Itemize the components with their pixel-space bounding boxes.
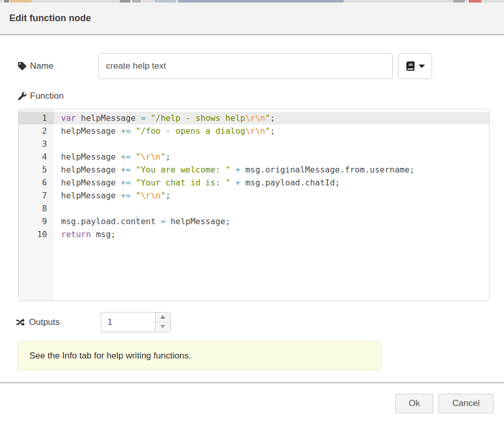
outputs-label: Outputs (16, 312, 60, 332)
form-tip: See the Info tab for help writing functi… (18, 341, 381, 370)
line-number: 5 (19, 163, 54, 176)
line-code: helpMessage += "/foo - opens a dialog\r\… (54, 124, 489, 137)
line-number: 2 (19, 124, 54, 137)
code-line[interactable]: 4helpMessage += "\r\n"; (19, 150, 489, 163)
outputs-input[interactable] (101, 313, 155, 332)
ok-button[interactable]: Ok (395, 394, 433, 413)
footer-divider (0, 382, 504, 383)
edit-function-node-dialog: Edit function node Name Function 1var he… (0, 0, 504, 421)
line-code: helpMessage += "Your chat id is: " + msg… (54, 176, 489, 189)
arrow-down-icon (160, 325, 165, 329)
wrench-icon (18, 92, 26, 100)
function-label-text: Function (30, 91, 64, 101)
line-code (54, 202, 489, 215)
line-code: var helpMessage = "/help - shows help\r\… (54, 112, 489, 124)
dialog-title: Edit function node (9, 3, 91, 34)
outputs-label-text: Outputs (29, 317, 60, 328)
line-number: 4 (19, 150, 54, 163)
editor-code-lines: 1var helpMessage = "/help - shows help\r… (19, 112, 489, 241)
code-line[interactable]: 6helpMessage += "Your chat id is: " + ms… (19, 176, 489, 189)
form-tip-text: See the Info tab for help writing functi… (29, 351, 191, 361)
book-icon (406, 61, 415, 71)
line-code: helpMessage += "\r\n"; (54, 150, 489, 163)
code-line[interactable]: 2helpMessage += "/foo - opens a dialog\r… (19, 124, 489, 137)
shuffle-icon (16, 318, 25, 326)
line-number: 10 (19, 228, 54, 241)
arrow-up-icon (160, 315, 165, 319)
name-input[interactable] (98, 53, 393, 79)
function-code-editor[interactable]: 1var helpMessage = "/help - shows help\r… (18, 109, 490, 301)
line-code: helpMessage += "\r\n"; (54, 189, 489, 202)
line-code: msg.payload.content = helpMessage; (54, 215, 489, 228)
line-code: helpMessage += "You are welcome: " + msg… (54, 163, 489, 176)
code-line[interactable]: 10return msg; (19, 228, 489, 241)
code-line[interactable]: 5helpMessage += "You are welcome: " + ms… (19, 163, 489, 176)
name-label-text: Name (30, 61, 53, 71)
name-label: Name (18, 53, 53, 79)
code-line[interactable]: 8 (19, 202, 489, 215)
line-number: 9 (19, 215, 54, 228)
code-line[interactable]: 3 (19, 137, 489, 150)
code-line[interactable]: 9msg.payload.content = helpMessage; (19, 215, 489, 228)
tag-icon (18, 62, 26, 70)
line-number: 8 (19, 202, 54, 215)
line-code: return msg; (54, 228, 489, 241)
spinner-down-button[interactable] (156, 322, 170, 332)
line-number: 1 (19, 112, 54, 124)
cancel-button[interactable]: Cancel (438, 394, 494, 413)
outputs-spinner (101, 312, 171, 332)
line-number: 3 (19, 137, 54, 150)
line-code (54, 137, 489, 150)
dialog-header: Edit function node (0, 3, 504, 35)
ibeam-cursor (134, 216, 139, 224)
caret-down-icon (419, 65, 425, 68)
code-line[interactable]: 1var helpMessage = "/help - shows help\r… (19, 112, 489, 124)
library-button[interactable] (398, 53, 432, 79)
line-number: 6 (19, 176, 54, 189)
function-label: Function (18, 88, 64, 104)
spinner-up-button[interactable] (156, 313, 170, 322)
code-line[interactable]: 7helpMessage += "\r\n"; (19, 189, 489, 202)
spinner-buttons (155, 313, 170, 332)
line-number: 7 (19, 189, 54, 202)
